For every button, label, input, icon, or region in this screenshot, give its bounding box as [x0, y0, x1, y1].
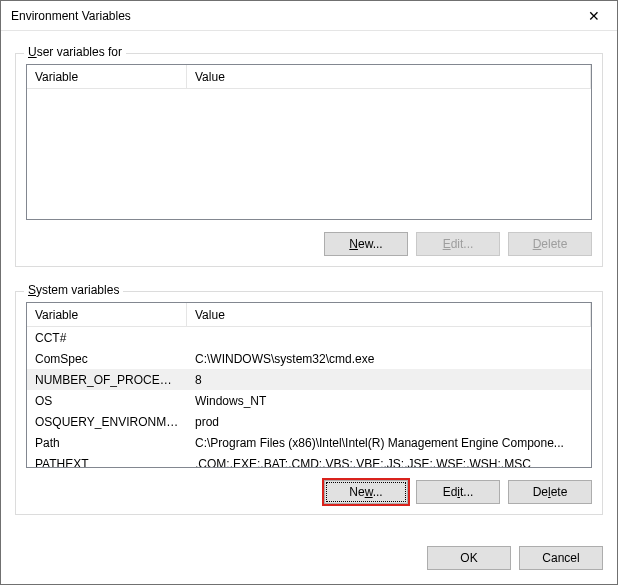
cell-variable: CCT#: [27, 331, 187, 345]
cell-value: Windows_NT: [187, 394, 591, 408]
cell-value: .COM;.EXE;.BAT;.CMD;.VBS;.VBE;.JS;.JSE;.…: [187, 457, 591, 468]
list-header: Variable Value: [27, 65, 591, 89]
cell-value: 8: [187, 373, 591, 387]
cell-variable: ComSpec: [27, 352, 187, 366]
table-row[interactable]: ComSpecC:\WINDOWS\system32\cmd.exe: [27, 348, 591, 369]
user-new-button[interactable]: New...: [324, 232, 408, 256]
user-edit-button[interactable]: Edit...: [416, 232, 500, 256]
user-variables-label: User variables for: [24, 45, 126, 59]
table-row[interactable]: OSWindows_NT: [27, 390, 591, 411]
cell-variable: PATHEXT: [27, 457, 187, 468]
cell-value: prod: [187, 415, 591, 429]
system-edit-button[interactable]: Edit...: [416, 480, 500, 504]
cell-variable: Path: [27, 436, 187, 450]
table-row[interactable]: CCT#: [27, 327, 591, 348]
cell-variable: NUMBER_OF_PROCESSORS: [27, 373, 187, 387]
cancel-button[interactable]: Cancel: [519, 546, 603, 570]
environment-variables-dialog: Environment Variables ✕ User variables f…: [0, 0, 618, 585]
cell-variable: OSQUERY_ENVIRONMENT: [27, 415, 187, 429]
user-variables-list[interactable]: Variable Value: [26, 64, 592, 220]
titlebar: Environment Variables ✕: [1, 1, 617, 31]
dialog-button-row: OK Cancel: [1, 540, 617, 584]
table-row[interactable]: PATHEXT.COM;.EXE;.BAT;.CMD;.VBS;.VBE;.JS…: [27, 453, 591, 467]
ok-button[interactable]: OK: [427, 546, 511, 570]
list-body: [27, 89, 591, 219]
user-variables-group: User variables for Variable Value New...…: [15, 53, 603, 267]
cell-value: C:\WINDOWS\system32\cmd.exe: [187, 352, 591, 366]
user-delete-button[interactable]: Delete: [508, 232, 592, 256]
system-variables-group: System variables Variable Value CCT#ComS…: [15, 291, 603, 515]
user-button-row: New... Edit... Delete: [26, 232, 592, 256]
system-variables-label: System variables: [24, 283, 123, 297]
table-row[interactable]: PathC:\Program Files (x86)\Intel\Intel(R…: [27, 432, 591, 453]
cell-variable: OS: [27, 394, 187, 408]
table-row[interactable]: NUMBER_OF_PROCESSORS8: [27, 369, 591, 390]
column-variable[interactable]: Variable: [27, 65, 187, 88]
cell-value: C:\Program Files (x86)\Intel\Intel(R) Ma…: [187, 436, 591, 450]
list-body: CCT#ComSpecC:\WINDOWS\system32\cmd.exeNU…: [27, 327, 591, 467]
table-row[interactable]: OSQUERY_ENVIRONMENTprod: [27, 411, 591, 432]
system-button-row: New... Edit... Delete: [26, 480, 592, 504]
close-icon[interactable]: ✕: [571, 1, 617, 31]
column-variable[interactable]: Variable: [27, 303, 187, 326]
system-new-button[interactable]: New...: [324, 480, 408, 504]
list-header: Variable Value: [27, 303, 591, 327]
system-variables-list[interactable]: Variable Value CCT#ComSpecC:\WINDOWS\sys…: [26, 302, 592, 468]
system-delete-button[interactable]: Delete: [508, 480, 592, 504]
dialog-content: User variables for Variable Value New...…: [1, 31, 617, 540]
column-value[interactable]: Value: [187, 65, 591, 88]
window-title: Environment Variables: [11, 9, 571, 23]
column-value[interactable]: Value: [187, 303, 591, 326]
